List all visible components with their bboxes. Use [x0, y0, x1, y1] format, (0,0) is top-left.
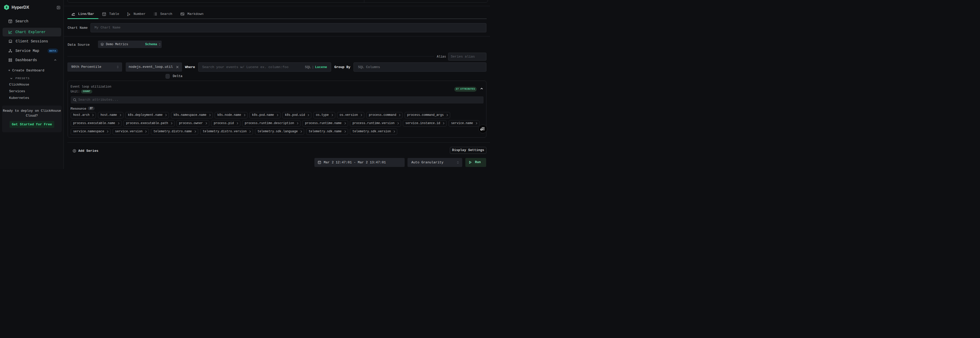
svg-text:2: 2 — [127, 14, 129, 16]
svg-text:3: 3 — [129, 13, 130, 16]
